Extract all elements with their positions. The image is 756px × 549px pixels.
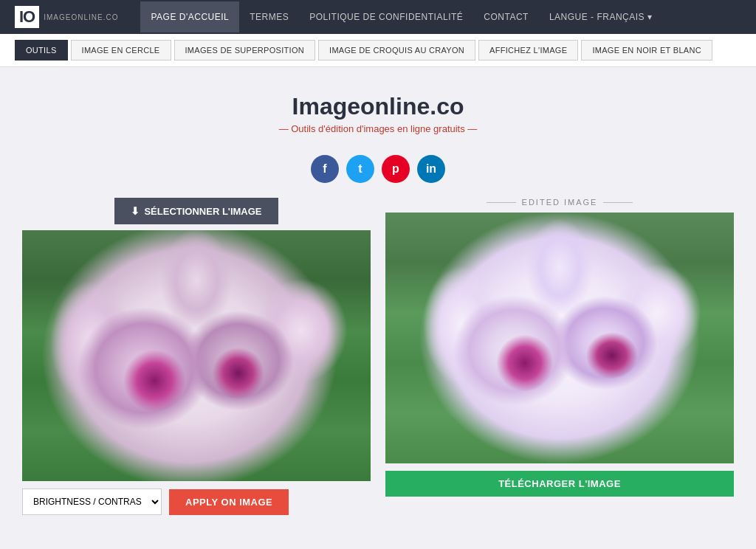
tool-outils[interactable]: OUTILS (15, 40, 68, 61)
tool-image-noir-blanc[interactable]: IMAGE EN NOIR ET BLANC (581, 40, 712, 61)
tool-affichez-image[interactable]: AFFICHEZ L'IMAGE (478, 40, 578, 61)
toolbar: OUTILS IMAGE EN CERCLE IMAGES DE SUPERPO… (0, 34, 756, 67)
select-image-button[interactable]: SÉLECTIONNER L'IMAGE (114, 198, 278, 224)
nav-link-contact[interactable]: CONTACT (473, 1, 539, 32)
social-icons: f t p in (22, 155, 734, 183)
facebook-icon[interactable]: f (311, 155, 339, 183)
tool-image-cercle[interactable]: IMAGE EN CERCLE (71, 40, 171, 61)
tool-image-croquis[interactable]: IMAGE DE CROQUIS AU CRAYON (318, 40, 475, 61)
logo-initials: IO (15, 6, 39, 28)
twitter-icon[interactable]: t (346, 155, 374, 183)
site-title: Imageonline.co (22, 93, 734, 120)
pinterest-icon[interactable]: p (382, 155, 410, 183)
right-bottom-controls: TÉLÉCHARGER L'IMAGE (385, 471, 734, 497)
left-bottom-controls: BRIGHTNESS / CONTRAS BRIGHTNESS CONTRAST… (22, 488, 371, 515)
original-image (22, 230, 371, 481)
site-title-section: Imageonline.co Outils d'édition d'images… (22, 82, 734, 142)
tool-images-superposition[interactable]: IMAGES DE SUPERPOSITION (174, 40, 316, 61)
logo-domain: IMAGEONLINE.CO (44, 13, 118, 21)
navbar: IO IMAGEONLINE.CO PAGE D'ACCUEIL TERMES … (0, 0, 756, 34)
download-button[interactable]: TÉLÉCHARGER L'IMAGE (385, 471, 734, 497)
nav-link-langue[interactable]: LANGUE - FRANÇAIS ▾ (539, 1, 663, 32)
original-image-container (22, 230, 371, 481)
nav-link-confidentialite[interactable]: POLITIQUE DE CONFIDENTIALITÉ (299, 1, 473, 32)
apply-button[interactable]: APPLY ON IMAGE (169, 489, 289, 515)
edited-image-label: EDITED IMAGE (487, 198, 633, 207)
edited-image-container (385, 213, 734, 463)
linkedin-icon[interactable]: in (417, 155, 445, 183)
editor-area: SÉLECTIONNER L'IMAGE BRIGHTNESS / CONTRA… (22, 198, 734, 515)
nav-link-termes[interactable]: TERMES (239, 1, 299, 32)
nav-links: PAGE D'ACCUEIL TERMES POLITIQUE DE CONFI… (140, 1, 662, 32)
site-subtitle: Outils d'édition d'images en ligne gratu… (22, 123, 734, 134)
nav-link-accueil[interactable]: PAGE D'ACCUEIL (140, 1, 239, 32)
edited-image (385, 213, 734, 463)
left-panel-header: SÉLECTIONNER L'IMAGE (22, 198, 371, 224)
right-panel-header: EDITED IMAGE (385, 198, 734, 207)
left-panel: SÉLECTIONNER L'IMAGE BRIGHTNESS / CONTRA… (22, 198, 371, 515)
logo[interactable]: IO IMAGEONLINE.CO (15, 6, 118, 28)
right-panel: EDITED IMAGE TÉLÉCHARGER L'IMAGE (385, 198, 734, 515)
main-content: Imageonline.co Outils d'édition d'images… (0, 67, 756, 530)
adjustment-dropdown[interactable]: BRIGHTNESS / CONTRAS BRIGHTNESS CONTRAST… (22, 488, 162, 515)
